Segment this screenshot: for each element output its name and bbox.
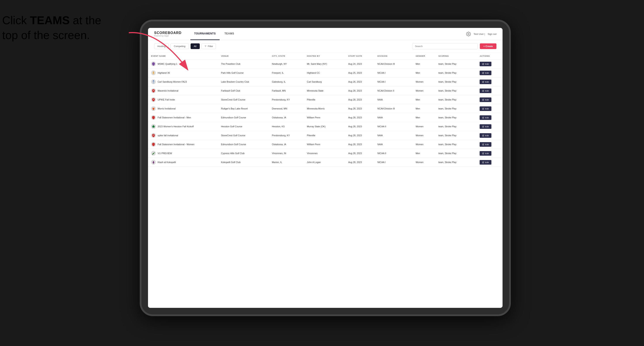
edit-icon bbox=[482, 144, 484, 146]
user-info: Test User | bbox=[474, 33, 485, 35]
tournaments-table: EVENT NAME VENUE CITY, STATE HOSTED BY S… bbox=[148, 52, 502, 167]
col-header-actions: ACTIONS bbox=[476, 52, 502, 59]
table-container: EVENT NAME VENUE CITY, STATE HOSTED BY S… bbox=[148, 52, 502, 308]
col-header-event: EVENT NAME bbox=[148, 52, 218, 59]
sign-out-link[interactable]: Sign out bbox=[488, 33, 496, 35]
cell-hosted-by: William Penn bbox=[304, 113, 345, 122]
header-left: SCOREBOARD Powered by Clippit TOURNAMENT… bbox=[154, 28, 238, 40]
cell-venue: StoneCrest Golf Course bbox=[218, 95, 269, 104]
cell-event-name: UPIKE Fall Invite bbox=[148, 95, 218, 104]
event-name-text: Fall Statesmen Invitational - Women bbox=[158, 143, 194, 146]
edit-button[interactable]: Edit bbox=[480, 142, 491, 147]
cell-gender: Women bbox=[412, 131, 435, 140]
svg-point-1 bbox=[468, 33, 469, 35]
team-logo bbox=[151, 133, 156, 138]
col-header-division: DIVISION bbox=[374, 52, 412, 59]
team-logo bbox=[151, 142, 156, 147]
cell-event-name: Klash at Kokopelli bbox=[148, 158, 218, 167]
cell-venue: Park Hills Golf Course bbox=[218, 68, 269, 77]
table-row: Klash at Kokopelli Kokopelli Golf Club M… bbox=[148, 158, 502, 167]
logo-title: SCOREBOARD bbox=[154, 31, 182, 35]
header-right: Test User | Sign out bbox=[466, 32, 496, 36]
cell-venue: Edmundson Golf Course bbox=[218, 113, 269, 122]
filter-icon bbox=[204, 45, 207, 47]
col-header-city: CITY, STATE bbox=[269, 52, 304, 59]
cell-hosted-by: William Penn bbox=[304, 140, 345, 149]
cell-event-name: Maverick Invitational bbox=[148, 86, 218, 95]
team-logo bbox=[151, 97, 156, 102]
col-header-date: START DATE bbox=[345, 52, 374, 59]
edit-button[interactable]: Edit bbox=[480, 106, 491, 111]
col-header-gender: GENDER bbox=[412, 52, 435, 59]
edit-button[interactable]: Edit bbox=[480, 115, 491, 120]
cell-scoring: team, Stroke Play bbox=[435, 113, 476, 122]
cell-start-date: Aug 28, 2023 bbox=[345, 122, 374, 131]
cell-gender: Women bbox=[412, 86, 435, 95]
create-button[interactable]: + Create bbox=[480, 43, 496, 49]
cell-event-name: Carl Sandburg Women FA23 bbox=[148, 77, 218, 86]
col-header-hosted: HOSTED BY bbox=[304, 52, 345, 59]
team-logo bbox=[151, 70, 156, 75]
cell-venue: The Powelton Club bbox=[218, 59, 269, 68]
cell-division: NAIA bbox=[374, 140, 412, 149]
edit-icon bbox=[482, 99, 484, 101]
edit-button[interactable]: Edit bbox=[480, 71, 491, 75]
cell-city: Prestonsburg, KY bbox=[269, 95, 304, 104]
search-input[interactable] bbox=[412, 43, 478, 49]
edit-button[interactable]: Edit bbox=[480, 80, 491, 84]
cell-city: Marion, IL bbox=[269, 158, 304, 167]
header: SCOREBOARD Powered by Clippit TOURNAMENT… bbox=[148, 28, 502, 40]
edit-icon bbox=[482, 90, 484, 92]
cell-start-date: Aug 28, 2023 bbox=[345, 104, 374, 113]
edit-button[interactable]: Edit bbox=[480, 160, 491, 165]
cell-venue: Kokopelli Golf Club bbox=[218, 158, 269, 167]
edit-button[interactable]: Edit bbox=[480, 62, 491, 66]
all-filter-button[interactable]: All bbox=[190, 43, 200, 49]
cell-gender: Men bbox=[412, 104, 435, 113]
cell-gender: Men bbox=[412, 68, 435, 77]
svg-point-5 bbox=[153, 71, 154, 72]
edit-button[interactable]: Edit bbox=[480, 133, 491, 138]
table-row: Fall Statesmen Invitational - Women Edmu… bbox=[148, 140, 502, 149]
team-logo bbox=[151, 124, 156, 129]
cell-hosted-by: Vincennes bbox=[304, 149, 345, 158]
cell-division: NICAA II bbox=[374, 122, 412, 131]
edit-button[interactable]: Edit bbox=[480, 151, 491, 156]
tablet-screen: SCOREBOARD Powered by Clippit TOURNAMENT… bbox=[148, 28, 502, 308]
cell-scoring: team, Stroke Play bbox=[435, 122, 476, 131]
table-row: VU PREVIEW Cypress Hills Golf Club Vince… bbox=[148, 149, 502, 158]
filter-group: Hosting Competing All Filter bbox=[154, 43, 216, 49]
cell-gender: Men bbox=[412, 149, 435, 158]
tab-teams[interactable]: TEAMS bbox=[220, 28, 238, 40]
table-row: Morris Invitational Ruttger's Bay Lake R… bbox=[148, 104, 502, 113]
tab-tournaments[interactable]: TOURNAMENTS bbox=[190, 28, 220, 40]
cell-division: NICAA I bbox=[374, 158, 412, 167]
hosting-filter-button[interactable]: Hosting bbox=[154, 43, 169, 49]
cell-division: NAIA bbox=[374, 113, 412, 122]
cell-event-name: 2023 Women's Hesston Fall Kickoff bbox=[148, 122, 218, 131]
cell-division: NCAA Division III bbox=[374, 104, 412, 113]
cell-city: Newburgh, NY bbox=[269, 59, 304, 68]
cell-city: Deerwood, MN bbox=[269, 104, 304, 113]
cell-hosted-by: Pikeville bbox=[304, 95, 345, 104]
filter-button[interactable]: Filter bbox=[202, 43, 216, 49]
event-name-text: Fall Statesmen Invitational - Men bbox=[158, 116, 191, 119]
cell-division: NCAA Division II bbox=[374, 86, 412, 95]
table-header-row: EVENT NAME VENUE CITY, STATE HOSTED BY S… bbox=[148, 52, 502, 59]
edit-button[interactable]: Edit bbox=[480, 89, 491, 93]
edit-button[interactable]: Edit bbox=[480, 97, 491, 102]
competing-filter-button[interactable]: Competing bbox=[170, 43, 188, 49]
cell-city: Vincennes, IN bbox=[269, 149, 304, 158]
table-row: UPIKE Fall Invite StoneCrest Golf Course… bbox=[148, 95, 502, 104]
cell-event-name: VU PREVIEW bbox=[148, 149, 218, 158]
settings-icon[interactable] bbox=[466, 32, 471, 36]
cell-scoring: team, Stroke Play bbox=[435, 140, 476, 149]
cell-gender: Women bbox=[412, 77, 435, 86]
cell-division: NICAA II bbox=[374, 149, 412, 158]
team-logo bbox=[151, 115, 156, 120]
edit-button[interactable]: Edit bbox=[480, 124, 491, 129]
edit-icon bbox=[482, 161, 484, 163]
tablet-frame: SCOREBOARD Powered by Clippit TOURNAMENT… bbox=[140, 20, 511, 316]
cell-venue: Faribault Golf Club bbox=[218, 86, 269, 95]
edit-icon bbox=[482, 108, 484, 110]
